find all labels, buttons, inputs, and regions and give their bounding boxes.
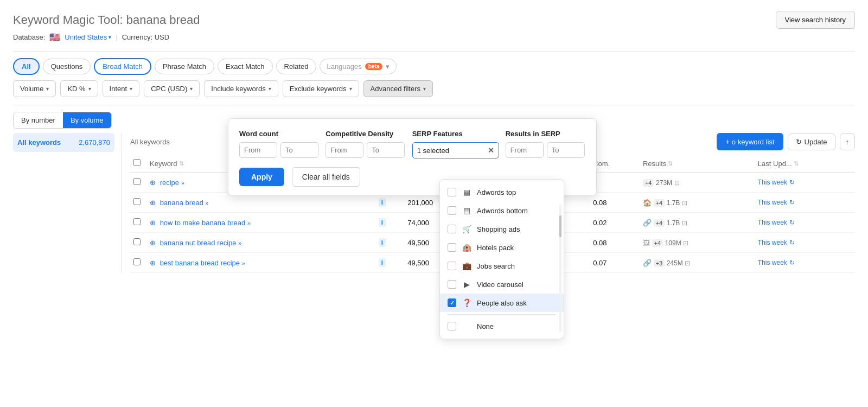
row-checkbox[interactable]	[133, 198, 141, 205]
serp-item-people-also-ask[interactable]: ❓ People also ask	[440, 294, 564, 312]
add-icon[interactable]: ⊕	[150, 199, 156, 207]
competitive-density-group: Competitive Density	[326, 130, 405, 158]
word-count-from[interactable]	[239, 142, 277, 158]
intent-badge: I	[379, 258, 386, 267]
expand-icon: »	[206, 200, 209, 206]
refresh-icon[interactable]: ↻	[789, 259, 795, 266]
refresh-icon[interactable]: ↻	[789, 199, 795, 206]
keyword-link[interactable]: banana nut bread recipe	[160, 239, 237, 247]
tab-phrase-match[interactable]: Phrase Match	[155, 59, 214, 74]
by-number-button[interactable]: By number	[14, 112, 63, 128]
add-icon[interactable]: ⊕	[150, 219, 156, 227]
serp-checkbox-checked[interactable]	[448, 298, 456, 307]
chevron-down-icon: ▾	[423, 86, 426, 92]
serp-checkbox[interactable]	[448, 243, 456, 252]
keyword-link[interactable]: how to make banana bread	[160, 219, 246, 227]
serp-features-selector[interactable]: 1 selected ✕	[412, 142, 499, 158]
tab-exact-match[interactable]: Exact Match	[218, 59, 273, 74]
chevron-down-icon: ▾	[130, 86, 132, 92]
chevron-down-icon: ▾	[190, 86, 193, 92]
competitive-density-from[interactable]	[326, 142, 363, 158]
serp-checkbox[interactable]	[448, 262, 456, 270]
results-in-serp-inputs	[506, 142, 585, 158]
update-button[interactable]: ↻ Update	[788, 133, 835, 150]
languages-button[interactable]: Languages beta ▾	[320, 59, 397, 74]
word-count-to[interactable]	[280, 142, 318, 158]
plus-badge: +4	[654, 219, 665, 227]
last-upd-col-header: Last Upd... ⇅	[755, 155, 855, 173]
serp-checkbox[interactable]	[448, 188, 456, 196]
advanced-filters-button[interactable]: Advanced filters ▾	[363, 80, 433, 97]
refresh-icon: ↻	[796, 138, 802, 146]
row-checkbox[interactable]	[133, 178, 141, 185]
serp-item-adwords-bottom[interactable]: ▤ Adwords bottom	[440, 201, 564, 220]
add-icon[interactable]: ⊕	[150, 259, 156, 267]
export-button[interactable]: ↑	[840, 133, 856, 150]
row-checkbox[interactable]	[133, 238, 141, 245]
apply-button[interactable]: Apply	[239, 168, 284, 186]
row-checkbox[interactable]	[133, 218, 141, 225]
serp-checkbox[interactable]	[448, 225, 456, 233]
jobs-icon: 💼	[462, 262, 471, 270]
by-volume-button[interactable]: By volume	[63, 112, 111, 128]
refresh-icon[interactable]: ↻	[789, 219, 795, 226]
sidebar-item-all-keywords[interactable]: All keywords 2,670,870	[13, 133, 114, 152]
include-keywords-filter[interactable]: Include keywords ▾	[204, 80, 278, 97]
com-col-header: Com.	[590, 155, 640, 173]
add-keyword-button[interactable]: + o keyword list	[717, 133, 783, 150]
update-text: This week ↻	[758, 179, 852, 186]
scrollbar-track[interactable]	[559, 205, 561, 332]
clear-all-button[interactable]: Clear all fields	[292, 167, 360, 187]
clear-serp-button[interactable]: ✕	[488, 146, 494, 155]
refresh-icon[interactable]: ↻	[789, 239, 795, 246]
database-selector[interactable]: United States ▾	[65, 33, 111, 41]
scrollbar-thumb[interactable]	[559, 215, 561, 237]
results-in-serp-from[interactable]	[506, 142, 544, 158]
results-col-header: Results ⇅	[640, 155, 755, 173]
chevron-down-icon: ▾	[386, 62, 390, 71]
exclude-keywords-filter[interactable]: Exclude keywords ▾	[283, 80, 359, 97]
serp-item-adwords-top[interactable]: ▤ Adwords top	[440, 183, 564, 201]
tab-questions[interactable]: Questions	[43, 59, 91, 74]
competitive-density-to[interactable]	[367, 142, 405, 158]
keyword-link[interactable]: banana bread	[160, 199, 203, 207]
results-in-serp-label: Results in SERP	[506, 130, 585, 138]
chevron-down-icon: ▾	[349, 86, 352, 92]
cpc-filter[interactable]: CPC (USD) ▾	[144, 80, 200, 97]
serp-item-none[interactable]: None	[440, 317, 564, 335]
select-all-checkbox[interactable]	[133, 159, 141, 166]
add-icon[interactable]: ⊕	[150, 239, 156, 247]
serp-item-shopping-ads[interactable]: 🛒 Shopping ads	[440, 220, 564, 238]
serp-features-group: SERP Features 1 selected ✕	[412, 130, 499, 158]
results-in-serp-group: Results in SERP	[506, 130, 585, 158]
tab-broad-match[interactable]: Broad Match	[94, 58, 151, 75]
tab-all[interactable]: All	[13, 58, 40, 75]
results-in-serp-to[interactable]	[547, 142, 585, 158]
tab-related[interactable]: Related	[276, 59, 317, 74]
link-icon: 🔗	[643, 259, 652, 267]
kd-filter[interactable]: KD % ▾	[60, 80, 98, 97]
keyword-link[interactable]: best banana bread recipe	[160, 259, 240, 267]
table-actions: + o keyword list ↻ Update ↑	[717, 133, 855, 150]
serp-item-jobs-search[interactable]: 💼 Jobs search	[440, 257, 564, 275]
keyword-link[interactable]: recipe	[160, 179, 179, 187]
serp-item-hotels-pack[interactable]: 🏨 Hotels pack	[440, 238, 564, 257]
tabs-row: All Questions Broad Match Phrase Match E…	[13, 58, 855, 75]
serp-checkbox[interactable]	[448, 280, 456, 289]
volume-filter[interactable]: Volume ▾	[13, 80, 56, 97]
serp-checkbox[interactable]	[448, 206, 456, 215]
serp-item-video-carousel[interactable]: ▶ Video carousel	[440, 275, 564, 294]
competitive-density-label: Competitive Density	[326, 130, 405, 138]
view-history-button[interactable]: View search history	[776, 11, 855, 29]
add-icon[interactable]: ⊕	[150, 179, 156, 187]
shopping-icon: 🛒	[462, 225, 471, 233]
serp-checkbox[interactable]	[448, 322, 456, 330]
people-also-ask-icon: ❓	[462, 298, 471, 307]
competitive-density-inputs	[326, 142, 405, 158]
refresh-icon[interactable]: ↻	[789, 179, 795, 186]
row-checkbox[interactable]	[133, 258, 141, 265]
link-icon: 🔗	[643, 219, 652, 227]
expand-icon: »	[238, 240, 241, 246]
export-icon: ↑	[846, 138, 850, 146]
intent-filter[interactable]: Intent ▾	[103, 80, 140, 97]
